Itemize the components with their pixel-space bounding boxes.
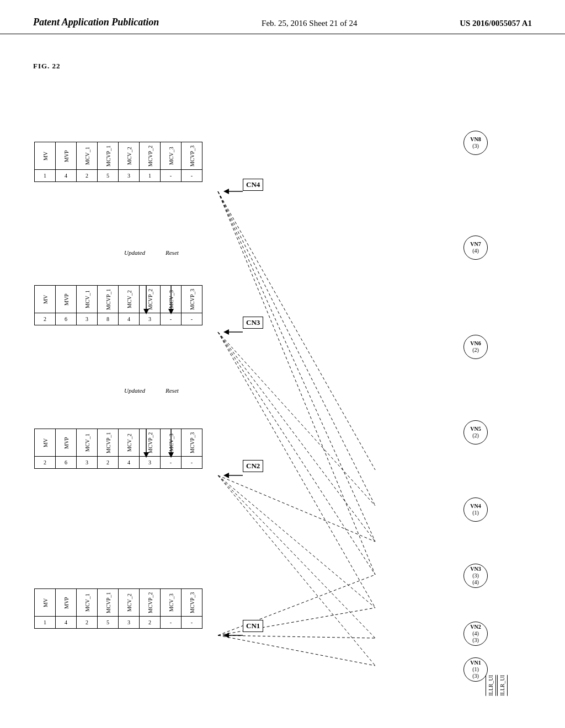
reset-label-1: Reset bbox=[166, 249, 179, 256]
svg-line-13 bbox=[218, 191, 375, 470]
svg-line-7 bbox=[218, 475, 375, 542]
svg-line-10 bbox=[218, 332, 375, 542]
svg-line-1 bbox=[218, 635, 375, 638]
svg-line-3 bbox=[218, 575, 375, 635]
vn2-node: VN2 (4) (3) bbox=[463, 622, 488, 646]
svg-line-11 bbox=[218, 332, 375, 506]
svg-marker-31 bbox=[223, 189, 229, 194]
svg-line-9 bbox=[218, 332, 375, 575]
publication-title: Patent Application Publication bbox=[33, 17, 159, 28]
vn1-node: VN1 (1) (3) bbox=[463, 657, 488, 682]
svg-line-4 bbox=[218, 475, 375, 666]
svg-marker-25 bbox=[223, 633, 229, 638]
vn8-node: VN8 (3) bbox=[463, 131, 488, 155]
updated-label-2: Updated bbox=[124, 387, 145, 394]
updated-label-1: Updated bbox=[124, 249, 145, 256]
vn6-node: VN6 (2) bbox=[463, 335, 488, 359]
vn5-node: VN5 (2) bbox=[463, 420, 488, 445]
svg-line-8 bbox=[218, 332, 375, 608]
vn3-node: VN3 (3) (4) bbox=[463, 564, 488, 588]
svg-marker-27 bbox=[223, 473, 229, 478]
svg-line-0 bbox=[218, 635, 375, 666]
vn4-node: VN4 (1) bbox=[463, 497, 488, 522]
illr-labels: ILLR_UI ILLR_UI bbox=[486, 675, 508, 696]
svg-line-5 bbox=[218, 475, 375, 638]
reset-label-2: Reset bbox=[166, 387, 179, 394]
svg-line-15 bbox=[218, 191, 375, 575]
cn3-label: CN3 bbox=[243, 317, 263, 329]
publication-number: US 2016/0055057 A1 bbox=[460, 19, 532, 28]
cn4-label: CN4 bbox=[243, 179, 263, 191]
publication-date-sheet: Feb. 25, 2016 Sheet 21 of 24 bbox=[262, 19, 357, 28]
svg-marker-29 bbox=[223, 329, 229, 335]
cn2-label: CN2 bbox=[243, 460, 263, 472]
svg-line-2 bbox=[218, 608, 375, 635]
figure-label: FIG. 22 bbox=[33, 62, 61, 71]
svg-line-14 bbox=[218, 191, 375, 542]
cn1-label: CN1 bbox=[243, 620, 263, 632]
figure-area: FIG. 22 bbox=[0, 34, 565, 718]
vn7-node: VN7 (4) bbox=[463, 235, 488, 260]
svg-line-12 bbox=[218, 191, 375, 506]
page-header: Patent Application Publication Feb. 25, … bbox=[0, 0, 565, 34]
svg-line-6 bbox=[218, 475, 375, 608]
